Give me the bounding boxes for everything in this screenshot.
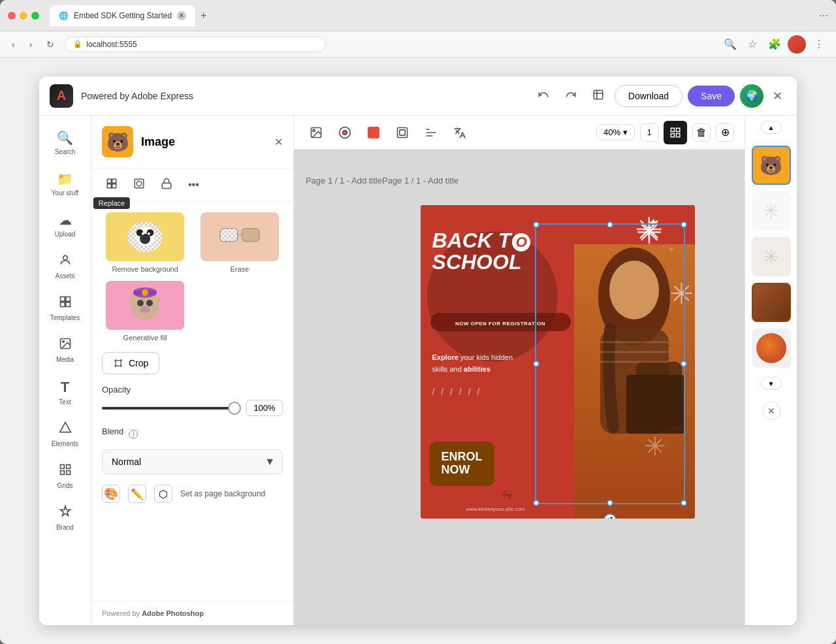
thumbnail-star-1[interactable]: ✳ [752, 191, 791, 231]
svg-rect-54 [400, 129, 405, 135]
app-container: A Powered by Adobe Express Download Save [0, 57, 836, 644]
sidebar-item-search[interactable]: 🔍 Search [43, 123, 88, 162]
gen-fill-thumbnail[interactable] [106, 281, 184, 330]
girl-image [574, 244, 695, 519]
save-button[interactable]: Save [688, 86, 735, 106]
panel-image-thumbnail: 🐻 [102, 126, 133, 157]
active-tab[interactable]: 🌐 Embed SDK Getting Started ✕ [50, 5, 195, 26]
action-icon-1[interactable]: 🎨 [102, 485, 120, 503]
opacity-label: Opacity [102, 385, 283, 394]
remove-bg-thumbnail[interactable] [106, 212, 184, 261]
folder-icon: 📁 [57, 171, 73, 187]
bookmark-icon[interactable]: ☆ [743, 35, 762, 54]
page-label[interactable]: Page 1 / 1 - Add title [306, 176, 382, 185]
frame-btn[interactable] [391, 121, 414, 144]
action-icon-2[interactable]: ✏️ [128, 485, 146, 503]
sidebar-item-elements[interactable]: Elements [43, 415, 88, 454]
traffic-lights [8, 12, 39, 20]
forward-button[interactable]: › [25, 37, 37, 52]
sidebar-item-upload[interactable]: ☁ Upload [43, 206, 88, 244]
canvas-wrapper: Page 1 / 1 - Add title [421, 176, 695, 519]
add-button[interactable]: ⊕ [716, 123, 734, 142]
tab-bar: 🌐 Embed SDK Getting Started ✕ + ⋯ [0, 0, 836, 31]
more-button[interactable]: ••• [184, 175, 203, 195]
erase-thumbnail[interactable] [201, 212, 279, 261]
set-page-bg-label: Set as page background [180, 489, 265, 498]
color-swatch-btn[interactable] [362, 121, 385, 144]
sidebar-item-brand[interactable]: Brand [43, 498, 88, 538]
sidebar-item-templates[interactable]: Templates [43, 289, 88, 328]
sidebar-label-templates: Templates [50, 314, 80, 321]
panel-bottom: Powered by Adobe Photoshop [91, 601, 293, 625]
tab-favicon: 🌐 [59, 11, 69, 20]
undo-button[interactable] [532, 84, 555, 108]
zoom-control[interactable]: 40% ▾ [596, 124, 635, 140]
tab-close-btn[interactable]: ✕ [177, 11, 186, 20]
back-button[interactable]: ‹ [8, 37, 19, 52]
extensions-icon[interactable]: 🧩 [765, 35, 784, 54]
translate-btn[interactable] [448, 121, 472, 144]
new-tab-button[interactable]: + [198, 10, 209, 22]
maximize-traffic-light[interactable] [31, 12, 39, 20]
reload-button[interactable]: ↻ [42, 37, 58, 52]
sidebar-item-your-stuff[interactable]: 📁 Your stuff [43, 165, 88, 203]
thumbnail-brown[interactable] [752, 283, 791, 322]
design-area: ✦ ✦ ✳ BACK TO SCHOOL [421, 192, 695, 519]
adobe-express-app: A Powered by Adobe Express Download Save [39, 76, 797, 625]
svg-marker-7 [59, 423, 71, 432]
close-app-button[interactable]: ✕ [769, 85, 786, 107]
sidebar-item-media[interactable]: Media [43, 330, 88, 370]
lock-button[interactable] [157, 174, 176, 196]
tab-title: Embed SDK Getting Started [74, 11, 172, 20]
download-button[interactable]: Download [615, 85, 683, 107]
thumbnail-bear[interactable]: 🐻 [752, 146, 791, 185]
erase-label: Erase [230, 265, 249, 273]
blend-select[interactable]: Normal Multiply Screen Overlay Darken Li… [102, 449, 283, 474]
sidebar-item-grids[interactable]: Grids [43, 457, 88, 496]
panel-title: Image [141, 135, 175, 149]
thumbnail-orange-circle[interactable] [752, 329, 791, 368]
crop-shape-button[interactable] [129, 174, 149, 196]
crop-button[interactable]: Crop [102, 352, 159, 374]
close-right-button[interactable]: ✕ [762, 402, 780, 420]
address-text: localhost:5555 [86, 40, 137, 49]
delete-button[interactable]: 🗑 [692, 123, 711, 142]
thumbnail-star-2[interactable]: ✳ [752, 237, 791, 276]
user-avatar-icon[interactable] [788, 35, 806, 54]
svg-point-17 [137, 181, 142, 186]
page-count[interactable]: 1 [640, 123, 658, 142]
design-card[interactable]: ✦ ✦ ✳ BACK TO SCHOOL [421, 205, 695, 519]
address-bar[interactable]: 🔒 localhost:5555 [65, 37, 326, 52]
image-replace-icon-btn[interactable] [304, 121, 328, 144]
replace-button[interactable] [102, 174, 121, 196]
action-icon-3[interactable]: ⬡ [154, 485, 172, 503]
minimize-traffic-light[interactable] [20, 12, 27, 20]
svg-rect-15 [112, 184, 116, 188]
align-btn[interactable] [419, 121, 443, 144]
sidebar-item-assets[interactable]: Assets [43, 247, 88, 286]
opacity-slider[interactable] [102, 407, 240, 410]
svg-point-30 [148, 232, 150, 234]
browser-window: 🌐 Embed SDK Getting Started ✕ + ⋯ ‹ › ↻ … [0, 0, 836, 644]
browser-nav-icons: 🔍 ☆ 🧩 ⋮ [721, 35, 828, 54]
sidebar-label-search: Search [55, 148, 76, 155]
blend-info-icon[interactable]: i [129, 430, 138, 439]
erase-option: Erase [197, 212, 283, 273]
panel-close-button[interactable]: ✕ [274, 136, 283, 148]
menu-icon[interactable]: ⋮ [810, 35, 828, 54]
expand-button[interactable]: ▼ [761, 377, 782, 390]
templates-icon [59, 295, 72, 312]
zoom-icon[interactable]: 🔍 [721, 35, 739, 54]
collapse-button[interactable]: ▲ [761, 121, 782, 134]
sidebar-nav: 🔍 Search 📁 Your stuff ☁ Upload [39, 116, 91, 625]
sidebar-label-your-stuff: Your stuff [52, 189, 79, 197]
close-traffic-light[interactable] [8, 12, 16, 20]
opacity-value[interactable]: 100% [246, 400, 283, 416]
grid-view-btn[interactable] [664, 121, 687, 144]
svg-point-6 [62, 341, 64, 343]
redo-button[interactable] [560, 84, 582, 108]
color-picker-btn[interactable] [333, 121, 357, 144]
test-button[interactable] [587, 84, 609, 108]
sidebar-item-text[interactable]: T Text [43, 372, 88, 412]
user-avatar[interactable]: 🌍 [740, 84, 764, 108]
